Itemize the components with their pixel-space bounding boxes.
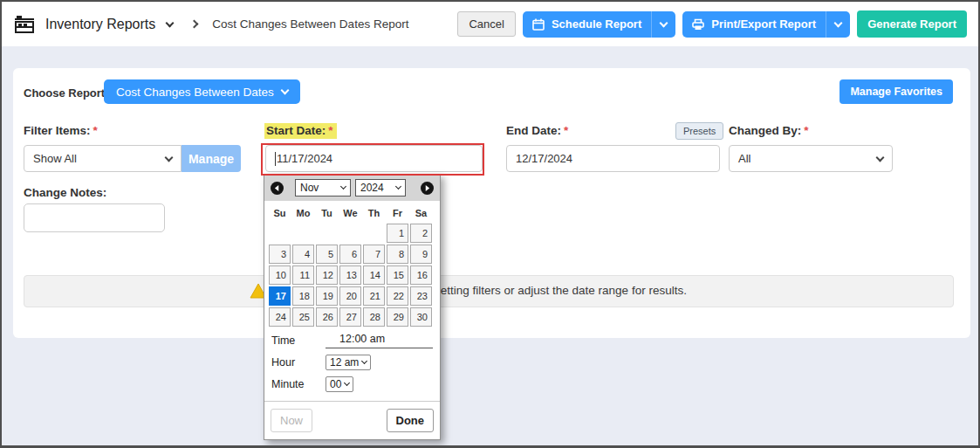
calendar-day[interactable]: 10 [269, 265, 291, 285]
calendar-day-selected[interactable]: 17 [269, 286, 291, 306]
print-export-button[interactable]: Print/Export Report [682, 11, 850, 38]
arrow-right-icon [424, 185, 430, 191]
cancel-button[interactable]: Cancel [457, 11, 515, 37]
chevron-down-icon [395, 183, 401, 190]
report-selector-button[interactable]: Cost Changes Between Dates [104, 79, 300, 104]
print-export-dropdown[interactable] [826, 11, 850, 38]
schedule-report-button[interactable]: Schedule Report [523, 11, 675, 38]
month-value: Nov [300, 182, 319, 194]
year-select[interactable]: 2024 [355, 179, 406, 196]
start-date-label-text: Start Date: [266, 124, 326, 137]
printer-icon [692, 18, 704, 31]
calendar-day[interactable]: 12 [316, 265, 338, 285]
calendar-day[interactable]: 30 [410, 307, 432, 327]
changed-by-label-text: Changed By: [729, 124, 801, 137]
calendar-day[interactable]: 4 [292, 245, 314, 264]
calendar-day[interactable]: 23 [410, 286, 432, 306]
chevron-down-icon [165, 153, 174, 162]
schedule-report-main[interactable]: Schedule Report [523, 11, 651, 38]
calendar-day[interactable]: 18 [292, 286, 314, 306]
hour-select[interactable]: 12 am [326, 355, 371, 370]
change-notes-input[interactable] [24, 203, 165, 232]
end-date-input[interactable]: 12/17/2024 [506, 145, 720, 172]
required-asterisk: * [328, 124, 332, 137]
calendar-day[interactable]: 25 [292, 307, 314, 327]
chevron-down-icon [280, 86, 289, 95]
day-header: Mo [292, 208, 314, 218]
calendar-day[interactable]: 22 [387, 286, 408, 306]
done-button[interactable]: Done [387, 409, 435, 432]
calendar-day[interactable]: 16 [410, 265, 432, 285]
calendar-day[interactable]: 28 [363, 307, 385, 327]
minute-row: Minute 00 [264, 370, 440, 392]
now-button[interactable]: Now [271, 409, 312, 432]
filter-items-select[interactable]: Show All [24, 145, 182, 172]
calendar-day[interactable]: 9 [410, 245, 432, 264]
minute-label: Minute [271, 378, 326, 390]
schedule-report-dropdown[interactable] [651, 11, 675, 38]
chevron-down-icon [340, 183, 346, 190]
app-window: Inventory Reports Cost Changes Between D… [0, 0, 980, 448]
calendar-day[interactable]: 15 [387, 265, 408, 285]
print-export-main[interactable]: Print/Export Report [682, 11, 826, 38]
text-caret [275, 152, 276, 166]
calendar-day[interactable]: 26 [316, 307, 338, 327]
next-month-button[interactable] [421, 182, 434, 195]
presets-button[interactable]: Presets [675, 122, 723, 140]
calendar-day[interactable]: 14 [363, 265, 385, 285]
minute-select[interactable]: 00 [326, 376, 353, 392]
calendar-day[interactable]: 5 [316, 245, 338, 264]
required-asterisk: * [564, 124, 568, 137]
calendar-day[interactable]: 11 [292, 265, 314, 285]
month-select[interactable]: Nov [295, 179, 351, 196]
day-header: Su [269, 208, 291, 218]
calendar-day[interactable]: 20 [339, 286, 361, 306]
print-export-label: Print/Export Report [711, 17, 816, 31]
required-asterisk: * [804, 124, 808, 137]
calendar-day[interactable]: 1 [387, 224, 408, 243]
calendar-day[interactable]: 27 [339, 307, 361, 327]
filter-items-label-text: Filter Items: [24, 124, 91, 137]
calendar-day[interactable]: 8 [387, 245, 408, 264]
schedule-report-label: Schedule Report [552, 17, 641, 31]
calendar-day[interactable]: 24 [269, 307, 291, 327]
calendar-day[interactable]: 19 [316, 286, 338, 306]
time-input[interactable]: 12:00 am [326, 333, 433, 348]
calendar-day[interactable]: 13 [339, 265, 361, 285]
day-header: Th [363, 208, 385, 218]
header-bar: Inventory Reports Cost Changes Between D… [2, 2, 978, 46]
date-picker-popup: Nov 2024 Su Mo Tu We Th Fr Sa [264, 174, 441, 440]
start-date-label: Start Date:* [264, 124, 337, 137]
end-date-label-text: End Date: [506, 124, 561, 137]
report-selector-value: Cost Changes Between Dates [116, 86, 274, 99]
calendar-day[interactable]: 21 [363, 286, 385, 306]
changed-by-select[interactable]: All [729, 145, 893, 172]
filter-items-label: Filter Items:* [24, 124, 98, 137]
year-value: 2024 [360, 182, 384, 194]
page-title: Inventory Reports [45, 17, 155, 32]
hour-label: Hour [271, 356, 326, 369]
day-header: We [339, 208, 361, 218]
calendar-day[interactable]: 29 [387, 307, 408, 327]
calendar-day[interactable]: 3 [269, 245, 291, 264]
changed-by-value: All [738, 152, 750, 165]
start-date-input[interactable]: 11/17/2024 [265, 145, 483, 172]
calendar-day[interactable]: 6 [339, 245, 361, 264]
manage-filter-button[interactable]: Manage [182, 145, 241, 172]
calendar-day[interactable]: 2 [410, 224, 432, 243]
required-asterisk: * [93, 124, 98, 137]
calendar-day-headers: Su Mo Tu We Th Fr Sa [264, 201, 440, 224]
previous-month-button[interactable] [271, 182, 284, 195]
change-notes-label: Change Notes: [24, 186, 106, 199]
calendar-day[interactable]: 7 [363, 245, 385, 264]
header-left: Inventory Reports Cost Changes Between D… [13, 14, 408, 35]
hour-value: 12 am [330, 356, 359, 369]
chevron-down-icon [361, 358, 367, 364]
filter-items-value: Show All [33, 152, 77, 165]
chevron-down-icon[interactable] [166, 18, 175, 27]
calendar-footer: Now Done [264, 401, 440, 439]
manage-favorites-button[interactable]: Manage Favorites [840, 79, 953, 104]
generate-report-button[interactable]: Generate Report [857, 10, 967, 38]
results-message-text: setting filters or adjust the date range… [435, 284, 687, 297]
chevron-down-icon [834, 18, 843, 27]
